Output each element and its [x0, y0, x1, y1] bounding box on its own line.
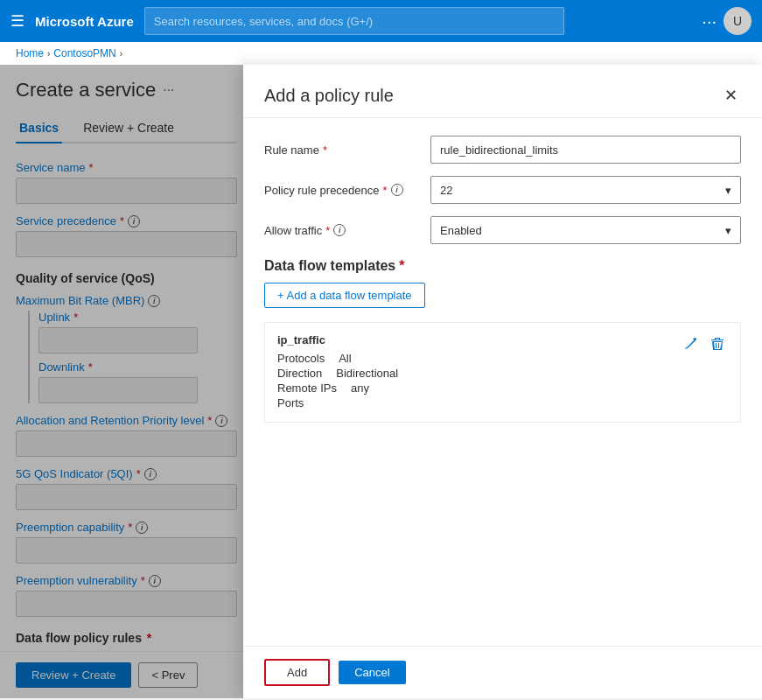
- breadcrumb-parent[interactable]: ContosoPMN: [53, 47, 115, 60]
- precedence-label: Policy rule precedence * i: [264, 184, 422, 197]
- allow-traffic-info-icon[interactable]: i: [333, 224, 346, 236]
- rule-name-row: Rule name *: [264, 136, 741, 164]
- delete-icon: [710, 337, 724, 351]
- template-details: ip_traffic Protocols All Direction Bidir…: [277, 333, 398, 411]
- precedence-chevron-icon: ▾: [725, 184, 731, 197]
- allow-traffic-select[interactable]: Enabled ▾: [430, 216, 741, 244]
- allow-traffic-chevron-icon: ▾: [725, 224, 731, 237]
- rule-name-input[interactable]: [430, 136, 741, 164]
- search-bar[interactable]: [144, 7, 564, 35]
- template-card: ip_traffic Protocols All Direction Bidir…: [264, 322, 741, 423]
- precedence-row: Policy rule precedence * i 22 ▾: [264, 176, 741, 204]
- template-edit-button[interactable]: [679, 333, 700, 358]
- breadcrumb: Home › ContosoPMN ›: [0, 42, 762, 65]
- breadcrumb-separator-1: ›: [47, 49, 50, 59]
- allow-traffic-label: Allow traffic * i: [264, 224, 422, 237]
- template-card-row: ip_traffic Protocols All Direction Bidir…: [277, 333, 728, 411]
- allow-traffic-row: Allow traffic * i Enabled ▾: [264, 216, 741, 244]
- dialog-close-button[interactable]: ✕: [721, 82, 741, 108]
- rule-name-label: Rule name *: [264, 144, 422, 157]
- data-flow-section: Data flow templates * + Add a data flow …: [264, 258, 741, 423]
- add-policy-rule-dialog: Add a policy rule ✕ Rule name * Policy r…: [243, 65, 762, 698]
- dialog-header: Add a policy rule ✕: [243, 65, 762, 118]
- precedence-select[interactable]: 22 ▾: [430, 176, 741, 204]
- breadcrumb-separator-2: ›: [120, 49, 122, 59]
- template-delete-button[interactable]: [707, 333, 728, 358]
- template-direction: Direction Bidirectional: [277, 367, 398, 380]
- template-actions: [679, 333, 728, 358]
- cancel-button[interactable]: Cancel: [339, 661, 405, 684]
- dialog-body: Rule name * Policy rule precedence * i 2…: [243, 118, 762, 646]
- dialog-title: Add a policy rule: [264, 86, 394, 106]
- edit-icon: [682, 337, 696, 351]
- topnav-right: ··· U: [702, 7, 752, 35]
- search-input[interactable]: [154, 15, 555, 28]
- topnav: ☰ Microsoft Azure ··· U: [0, 0, 762, 42]
- dialog-footer: Add Cancel: [243, 646, 762, 698]
- add-template-button[interactable]: + Add a data flow template: [264, 283, 425, 308]
- template-protocols: Protocols All: [277, 352, 398, 365]
- template-remote-ips: Remote IPs any: [277, 382, 398, 395]
- main-layout: Create a service ··· Basics Review + Cre…: [0, 65, 762, 698]
- hamburger-icon[interactable]: ☰: [10, 11, 24, 31]
- avatar[interactable]: U: [724, 7, 752, 35]
- data-flow-title: Data flow templates *: [264, 258, 741, 274]
- brand-logo: Microsoft Azure: [35, 14, 134, 29]
- template-ports: Ports: [277, 396, 398, 410]
- precedence-info-icon[interactable]: i: [391, 184, 403, 196]
- breadcrumb-home[interactable]: Home: [16, 47, 44, 60]
- more-options-icon[interactable]: ···: [702, 11, 717, 32]
- template-name: ip_traffic: [277, 333, 398, 346]
- add-button[interactable]: Add: [264, 659, 330, 686]
